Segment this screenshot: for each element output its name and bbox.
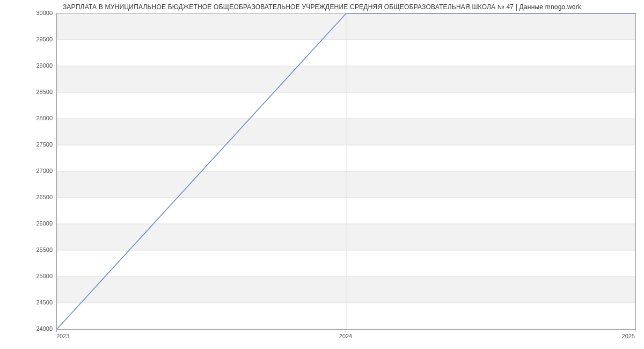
y-tick-label: 29500 xyxy=(4,36,53,42)
y-tick-label: 25000 xyxy=(4,273,53,279)
y-tick-label: 28000 xyxy=(4,115,53,121)
x-tick-mark xyxy=(635,330,635,332)
x-tick-label: 2023 xyxy=(56,333,69,339)
plot-area xyxy=(56,13,636,330)
x-tick-label: 2025 xyxy=(622,333,635,339)
x-tick-mark xyxy=(56,330,57,332)
y-tick-label: 24500 xyxy=(4,299,53,306)
y-tick-label: 28500 xyxy=(4,89,53,95)
chart-container: ЗАРПЛАТА В МУНИЦИПАЛЬНОЕ БЮДЖЕТНОЕ ОБЩЕО… xyxy=(0,0,644,349)
y-tick-label: 27500 xyxy=(4,141,53,148)
y-tick-label: 27000 xyxy=(4,168,53,174)
y-tick-label: 25500 xyxy=(4,246,53,253)
y-tick-label: 24000 xyxy=(4,325,53,332)
chart-title: ЗАРПЛАТА В МУНИЦИПАЛЬНОЕ БЮДЖЕТНОЕ ОБЩЕО… xyxy=(0,3,644,11)
plot-svg xyxy=(57,13,635,329)
x-tick-label: 2024 xyxy=(339,333,352,339)
y-tick-label: 29000 xyxy=(4,62,53,69)
x-tick-mark xyxy=(346,330,346,332)
y-tick-label: 26500 xyxy=(4,194,53,200)
y-tick-label: 30000 xyxy=(4,10,53,16)
y-tick-label: 26000 xyxy=(4,220,53,227)
